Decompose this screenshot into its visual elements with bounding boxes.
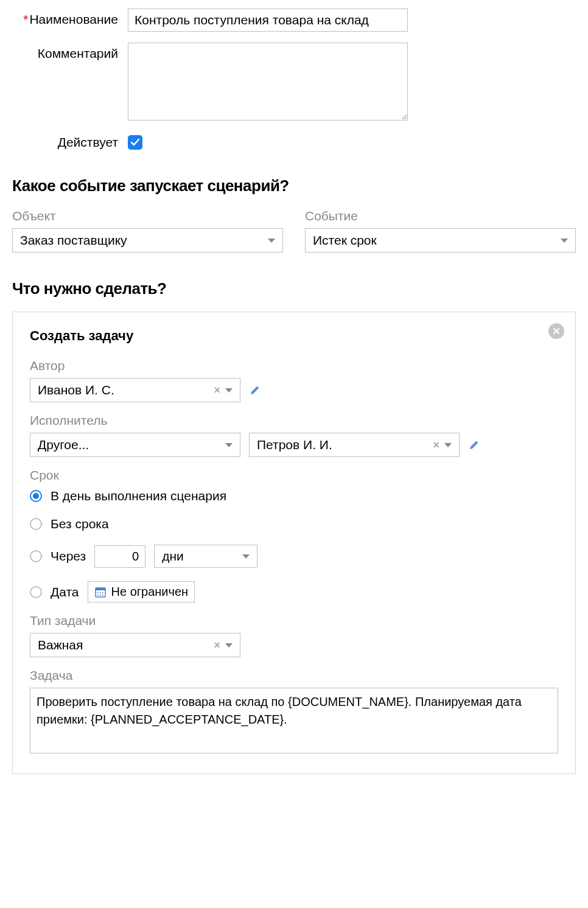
deadline-date-input[interactable]: Не ограничен [88, 581, 195, 602]
executor-mode-select[interactable]: Другое... [30, 433, 240, 457]
author-select[interactable]: Иванов И. С. × [30, 378, 240, 402]
caret-down-icon [561, 239, 568, 243]
event-select[interactable]: Истек срок [305, 228, 576, 253]
executor-mode-value: Другое... [38, 438, 89, 452]
deadline-label: Срок [30, 468, 558, 483]
caret-down-icon [242, 554, 250, 559]
clear-icon[interactable]: × [433, 439, 439, 452]
object-select[interactable]: Заказ поставщику [12, 228, 283, 253]
task-type-value: Важная [38, 638, 83, 652]
caret-down-icon [268, 239, 275, 243]
radio-icon [30, 490, 42, 502]
executor-label: Исполнитель [30, 413, 558, 428]
deadline-after-radio[interactable] [30, 550, 42, 562]
caret-down-icon [225, 443, 233, 447]
name-label: *Наименование [12, 9, 128, 27]
object-label: Объект [12, 209, 283, 223]
comment-textarea[interactable] [128, 43, 408, 120]
caret-down-icon [444, 443, 452, 447]
svg-point-4 [102, 592, 103, 593]
deadline-none-radio[interactable]: Без срока [30, 517, 558, 531]
deadline-unit-select[interactable]: дни [154, 545, 257, 568]
active-checkbox[interactable] [128, 135, 142, 150]
deadline-date-radio[interactable] [30, 586, 42, 598]
executor-value: Петров И. И. [257, 438, 332, 452]
clear-icon[interactable]: × [214, 639, 220, 652]
task-type-select[interactable]: Важная × [30, 633, 240, 657]
create-task-panel: Создать задачу Автор Иванов И. С. × Испо… [12, 312, 576, 774]
svg-point-5 [97, 595, 99, 596]
close-icon [553, 327, 560, 335]
deadline-after-num-input[interactable] [94, 545, 145, 568]
clear-icon[interactable]: × [214, 384, 220, 397]
caret-down-icon [225, 388, 233, 393]
name-input[interactable] [128, 9, 408, 32]
task-type-label: Тип задачи [30, 613, 558, 628]
edit-icon[interactable] [468, 439, 480, 451]
executor-select[interactable]: Петров И. И. × [249, 433, 460, 457]
deadline-none-label: Без срока [51, 517, 109, 531]
deadline-unit-value: дни [162, 549, 184, 564]
svg-point-6 [100, 595, 101, 596]
edit-icon[interactable] [249, 384, 261, 396]
delete-action-button[interactable] [548, 323, 564, 339]
deadline-date-label: Дата [51, 585, 79, 599]
trigger-section-title: Какое событие запускает сценарий? [12, 176, 576, 195]
author-value: Иванов И. С. [38, 383, 114, 397]
task-text-textarea[interactable] [30, 688, 558, 753]
svg-point-7 [102, 595, 103, 596]
object-value: Заказ поставщику [20, 233, 127, 248]
task-text-label: Задача [30, 668, 558, 683]
action-section-title: Что нужно сделать? [12, 279, 576, 298]
active-label: Действует [12, 131, 128, 150]
svg-point-2 [97, 592, 99, 593]
calendar-icon [94, 586, 107, 598]
deadline-on-run-radio[interactable]: В день выполнения сценария [30, 489, 558, 503]
comment-label: Комментарий [12, 43, 128, 61]
event-value: Истек срок [313, 233, 377, 248]
radio-icon [30, 518, 42, 530]
caret-down-icon [225, 643, 233, 648]
deadline-date-value: Не ограничен [111, 585, 189, 599]
deadline-on-run-label: В день выполнения сценария [51, 489, 226, 503]
svg-rect-1 [96, 588, 105, 590]
event-label: Событие [305, 209, 576, 223]
author-label: Автор [30, 358, 558, 373]
svg-point-3 [100, 592, 101, 593]
action-title: Создать задачу [30, 328, 558, 344]
deadline-after-label: Через [51, 549, 86, 564]
check-icon [130, 138, 140, 147]
